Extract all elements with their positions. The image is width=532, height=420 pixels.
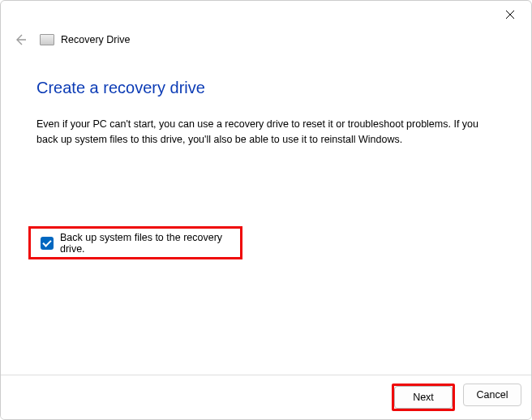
next-button-highlight: Next	[392, 384, 455, 411]
close-button[interactable]	[499, 3, 521, 26]
cancel-button[interactable]: Cancel	[463, 384, 521, 406]
backup-system-files-label: Back up system files to the recovery dri…	[60, 232, 230, 255]
page-description: Even if your PC can't start, you can use…	[36, 117, 483, 148]
titlebar	[1, 1, 531, 28]
content-area: Create a recovery drive Even if your PC …	[1, 48, 531, 148]
next-button[interactable]: Next	[394, 386, 453, 409]
backup-system-files-checkbox[interactable]	[41, 237, 54, 250]
recovery-drive-icon	[40, 34, 54, 45]
button-bar: Next Cancel	[1, 375, 531, 419]
back-button[interactable]	[12, 32, 28, 48]
dialog-title: Recovery Drive	[61, 34, 130, 45]
page-heading: Create a recovery drive	[36, 79, 496, 97]
checkbox-section: Back up system files to the recovery dri…	[28, 226, 242, 259]
header-row: Recovery Drive	[1, 32, 531, 48]
